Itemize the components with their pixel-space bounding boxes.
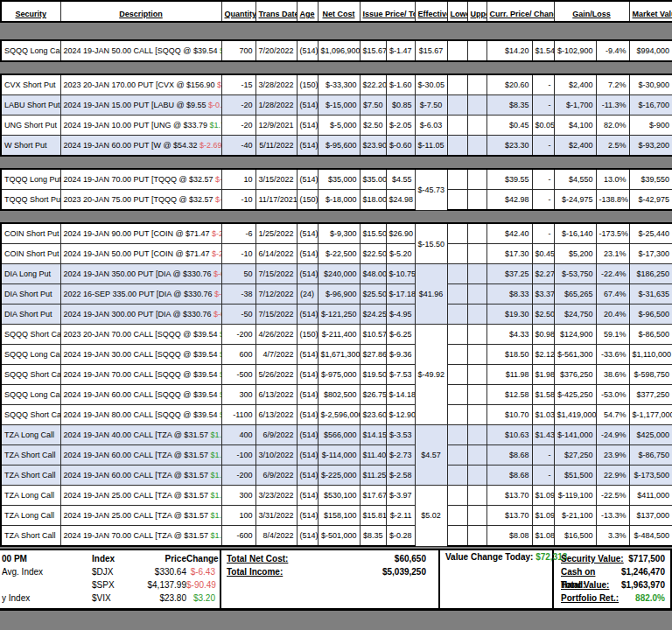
net-cost-cell[interactable]: $1,671,300	[318, 345, 360, 365]
curr-price-cell[interactable]: $13.70	[486, 486, 532, 506]
total-change-cell[interactable]: $-3.53	[386, 425, 415, 445]
net-cost-cell[interactable]: $566,000	[318, 425, 360, 445]
lower-stop-cell[interactable]	[447, 74, 467, 95]
net-cost-cell[interactable]: $1,096,900	[318, 40, 360, 61]
lower-stop-cell[interactable]	[447, 244, 467, 264]
total-change-cell[interactable]: $-3.97	[386, 486, 415, 506]
lower-stop-cell[interactable]	[447, 304, 467, 325]
upper-stop-cell[interactable]	[467, 345, 486, 365]
trans-date-cell[interactable]: 3/28/2022	[256, 74, 297, 95]
gain-loss-cell[interactable]: $24,750	[554, 304, 596, 325]
upper-stop-cell[interactable]	[467, 385, 486, 405]
security-cell[interactable]: TZA Long Call	[1, 506, 60, 526]
description-cell[interactable]: 2024 19-JAN 80.00 CALL [SQQQ @ $39.54 $2…	[60, 405, 221, 425]
gain-pct-cell[interactable]: 3.3%	[596, 526, 629, 547]
lower-stop-cell[interactable]	[447, 264, 467, 284]
market-value-cell[interactable]: $-484,500	[629, 526, 672, 547]
description-cell[interactable]: 2024 19-JAN 300.00 PUT [DIA @ $330.76 $-…	[60, 304, 221, 325]
upper-stop-cell[interactable]	[467, 304, 486, 325]
total-change-cell[interactable]: $-1.60	[386, 74, 415, 95]
gain-loss-cell[interactable]: $4,550	[554, 169, 596, 190]
upper-stop-cell[interactable]	[467, 169, 486, 190]
total-change-cell[interactable]: $-12.90	[386, 405, 415, 425]
issue-price-cell[interactable]: $11.40	[360, 445, 386, 466]
position-row[interactable]: DIA Long Put2024 19-JAN 350.00 PUT [DIA …	[1, 264, 672, 284]
upper-stop-cell[interactable]	[467, 284, 486, 304]
total-change-cell[interactable]: $-10.75	[386, 264, 415, 284]
trans-date-cell[interactable]: 3/15/2022	[256, 169, 297, 190]
issue-price-cell[interactable]: $17.67	[360, 486, 386, 506]
gain-loss-cell[interactable]: $-1,700	[554, 95, 596, 116]
issue-price-cell[interactable]: $14.15	[360, 425, 386, 445]
age-cell[interactable]: (514)	[297, 425, 318, 445]
curr-price-cell[interactable]: $19.30	[486, 304, 532, 325]
quantity-cell[interactable]: -500	[221, 365, 256, 385]
security-cell[interactable]: SQQQ Short Call	[1, 325, 60, 345]
upper-stop-cell[interactable]	[467, 325, 486, 345]
issue-price-cell[interactable]: $22.50	[360, 244, 386, 264]
gain-loss-cell[interactable]: $-561,300	[554, 345, 596, 365]
upper-stop-cell[interactable]	[467, 445, 486, 466]
col-header-effective-cost[interactable]: Effective Cost /Shr	[415, 1, 447, 22]
quantity-cell[interactable]: -200	[221, 325, 256, 345]
col-header-market-value[interactable]: Market Value	[629, 1, 672, 22]
quantity-cell[interactable]: -100	[221, 445, 256, 466]
change-today-cell[interactable]: -	[532, 74, 554, 95]
trans-date-cell[interactable]: 3/31/2022	[256, 506, 297, 526]
issue-price-cell[interactable]: $23.60	[360, 405, 386, 425]
col-header-description[interactable]: Description	[60, 1, 221, 22]
net-cost-cell[interactable]: $-225,000	[318, 466, 360, 486]
market-value-cell[interactable]: $-96,500	[629, 304, 672, 325]
change-today-cell[interactable]: $0.45	[532, 244, 554, 264]
gain-loss-cell[interactable]: $-21,100	[554, 506, 596, 526]
lower-stop-cell[interactable]	[447, 405, 467, 425]
net-cost-cell[interactable]: $35,000	[318, 169, 360, 190]
gain-pct-cell[interactable]: 54.7%	[596, 405, 629, 425]
trans-date-cell[interactable]: 11/17/2021	[256, 190, 297, 211]
gain-pct-cell[interactable]: -53.0%	[596, 385, 629, 405]
gain-pct-cell[interactable]: 20.4%	[596, 304, 629, 325]
gain-pct-cell[interactable]: -33.6%	[596, 345, 629, 365]
gain-loss-cell[interactable]: $-24,975	[554, 190, 596, 211]
market-value-cell[interactable]: $-31,635	[629, 284, 672, 304]
gain-loss-cell[interactable]: $51,500	[554, 466, 596, 486]
age-cell[interactable]: (514)	[297, 365, 318, 385]
issue-price-cell[interactable]: $2.50	[360, 116, 386, 136]
curr-price-cell[interactable]: $11.98	[486, 365, 532, 385]
change-today-cell[interactable]: $1.03	[532, 405, 554, 425]
position-row[interactable]: SQQQ Short Call2024 19-JAN 80.00 CALL [S…	[1, 405, 672, 425]
curr-price-cell[interactable]: $10.70	[486, 405, 532, 425]
age-cell[interactable]: (514)	[297, 264, 318, 284]
upper-stop-cell[interactable]	[467, 405, 486, 425]
change-today-cell[interactable]: $2.50	[532, 304, 554, 325]
net-cost-cell[interactable]: $158,100	[318, 506, 360, 526]
effective-cost-cell[interactable]: $-49.92	[415, 325, 447, 425]
market-value-cell[interactable]: $-86,750	[629, 445, 672, 466]
security-cell[interactable]: TZA Short Call	[1, 526, 60, 547]
security-cell[interactable]: SQQQ Long Call	[1, 385, 60, 405]
quantity-cell[interactable]: -10	[221, 190, 256, 211]
lower-stop-cell[interactable]	[447, 223, 467, 244]
trans-date-cell[interactable]: 12/9/2021	[256, 116, 297, 136]
quantity-cell[interactable]: -40	[221, 136, 256, 157]
description-cell[interactable]: 2023 20-JAN 170.00 PUT [CVX @ $156.90 $-…	[60, 74, 221, 95]
position-row[interactable]: CVX Short Put2023 20-JAN 170.00 PUT [CVX…	[1, 74, 672, 95]
col-header-security[interactable]: Security	[1, 1, 60, 22]
market-value-cell[interactable]: $137,000	[629, 506, 672, 526]
market-value-cell[interactable]: $-598,750	[629, 365, 672, 385]
market-value-cell[interactable]: $-30,900	[629, 74, 672, 95]
description-cell[interactable]: 2024 19-JAN 90.00 PUT [COIN @ $71.47 $-2…	[60, 223, 221, 244]
upper-stop-cell[interactable]	[467, 425, 486, 445]
age-cell[interactable]: (514)	[297, 506, 318, 526]
total-change-cell[interactable]: $-0.28	[386, 526, 415, 547]
curr-price-cell[interactable]: $8.68	[486, 466, 532, 486]
age-cell[interactable]: (514)	[297, 466, 318, 486]
total-change-cell[interactable]: $24.98	[386, 190, 415, 211]
lower-stop-cell[interactable]	[447, 95, 467, 116]
total-change-cell[interactable]: $-17.18	[386, 284, 415, 304]
gain-pct-cell[interactable]: 59.1%	[596, 325, 629, 345]
quantity-cell[interactable]: -200	[221, 466, 256, 486]
description-cell[interactable]: 2024 19-JAN 70.00 CALL [SQQQ @ $39.54 $2…	[60, 365, 221, 385]
change-today-cell[interactable]: $0.98	[532, 325, 554, 345]
upper-stop-cell[interactable]	[467, 40, 486, 61]
